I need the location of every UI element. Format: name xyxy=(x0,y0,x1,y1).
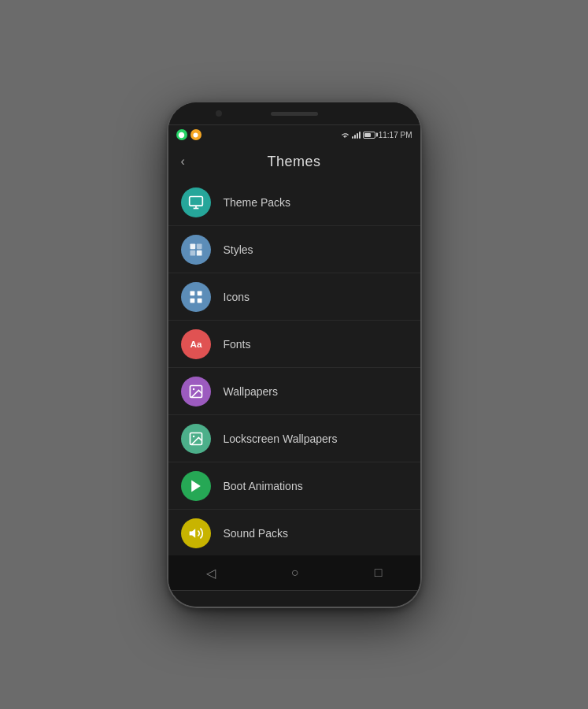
menu-item-sound-packs[interactable]: Sound Packs xyxy=(168,510,420,555)
svg-marker-17 xyxy=(191,480,201,492)
svg-rect-9 xyxy=(197,291,202,295)
page-title: Themes xyxy=(267,154,320,170)
sound-packs-icon xyxy=(181,518,211,548)
svg-rect-6 xyxy=(190,250,195,255)
battery-icon xyxy=(363,132,375,139)
status-bar-left xyxy=(176,129,202,140)
menu-item-fonts[interactable]: AaFonts xyxy=(168,321,420,368)
lockscreen-wallpapers-icon xyxy=(181,424,211,454)
swiftkey-notification-icon xyxy=(190,129,202,140)
status-time: 11:17 PM xyxy=(379,131,412,139)
svg-rect-7 xyxy=(196,250,202,255)
boot-animations-icon xyxy=(181,471,211,501)
signal-bars-icon xyxy=(352,131,361,139)
icons-icon xyxy=(181,282,211,312)
wallpapers-label: Wallpapers xyxy=(224,385,279,398)
boot-animations-label: Boot Animations xyxy=(224,480,303,492)
svg-rect-4 xyxy=(190,243,195,249)
svg-rect-11 xyxy=(197,298,202,303)
theme-packs-label: Theme Packs xyxy=(224,196,291,209)
phone-device: 11:17 PM ‹ Themes Theme PacksStylesIcons… xyxy=(168,102,420,607)
menu-item-boot-animations[interactable]: Boot Animations xyxy=(168,462,420,510)
phone-screen: 11:17 PM ‹ Themes Theme PacksStylesIcons… xyxy=(168,124,420,591)
svg-rect-5 xyxy=(196,243,202,249)
svg-text:Aa: Aa xyxy=(190,339,202,349)
icons-label: Icons xyxy=(224,291,250,303)
recent-nav-button[interactable]: □ xyxy=(362,559,395,586)
phone-top-bar xyxy=(168,102,420,124)
whatsapp-notification-icon xyxy=(176,129,187,140)
phone-bottom-bar xyxy=(168,591,420,607)
svg-point-0 xyxy=(194,132,198,137)
svg-rect-8 xyxy=(190,291,194,295)
status-icons xyxy=(340,131,375,139)
svg-point-14 xyxy=(192,388,194,390)
svg-point-16 xyxy=(192,435,194,437)
menu-item-styles[interactable]: Styles xyxy=(168,226,420,273)
wallpapers-icon xyxy=(181,377,211,406)
menu-item-lockscreen-wallpapers[interactable]: Lockscreen Wallpapers xyxy=(168,415,420,462)
status-bar-right: 11:17 PM xyxy=(340,131,412,139)
phone-camera xyxy=(216,110,222,117)
status-bar: 11:17 PM xyxy=(168,125,420,144)
svg-rect-1 xyxy=(189,196,202,206)
theme-packs-icon xyxy=(181,187,211,217)
phone-speaker xyxy=(271,112,318,116)
home-nav-button[interactable]: ○ xyxy=(279,559,312,586)
styles-icon xyxy=(181,235,211,265)
bottom-nav-bar: ◁ ○ □ xyxy=(168,555,420,590)
styles-label: Styles xyxy=(224,243,253,256)
lockscreen-wallpapers-label: Lockscreen Wallpapers xyxy=(224,432,338,445)
menu-item-icons[interactable]: Icons xyxy=(168,273,420,321)
back-button[interactable]: ‹ xyxy=(178,151,188,172)
sound-packs-label: Sound Packs xyxy=(224,527,289,540)
app-content: ‹ Themes Theme PacksStylesIconsAaFontsWa… xyxy=(168,144,420,555)
wifi-icon xyxy=(340,131,349,139)
fonts-icon: Aa xyxy=(181,329,211,359)
menu-item-wallpapers[interactable]: Wallpapers xyxy=(168,368,420,415)
app-header: ‹ Themes xyxy=(168,144,420,179)
fonts-label: Fonts xyxy=(224,338,251,351)
menu-list: Theme PacksStylesIconsAaFontsWallpapersL… xyxy=(168,179,420,555)
svg-rect-10 xyxy=(190,298,194,303)
back-nav-button[interactable]: ◁ xyxy=(194,559,228,587)
menu-item-theme-packs[interactable]: Theme Packs xyxy=(168,179,420,226)
